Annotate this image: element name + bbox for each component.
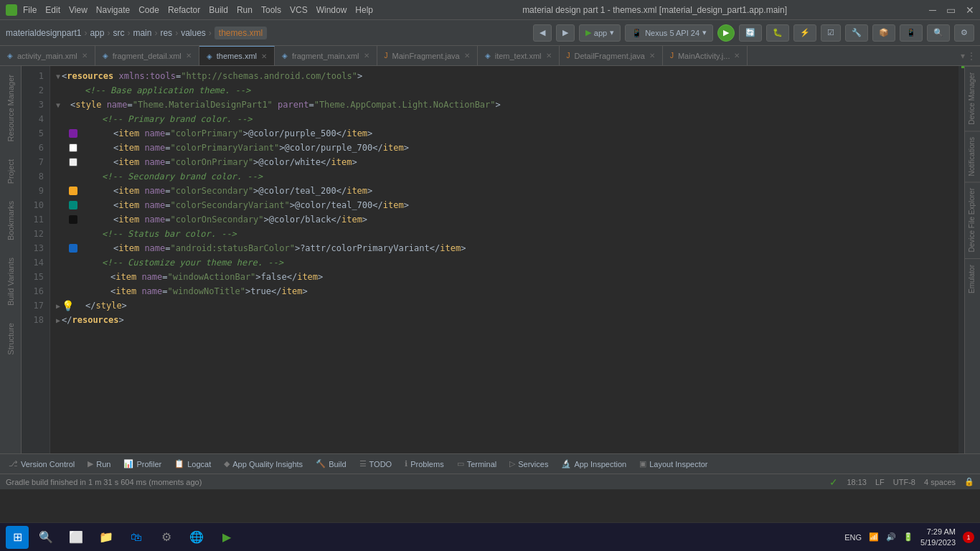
taskbar-search[interactable]: 🔍 [33,524,59,550]
menu-code[interactable]: Code [138,5,159,15]
sidebar-structure[interactable]: Structure [4,317,18,361]
line-ending-indicator[interactable]: LF [875,478,885,486]
close-icon[interactable]: ✕ [966,4,974,16]
branch-indicator[interactable]: 🔒 [964,477,974,486]
bottom-toolbar: ⎇ Version Control ▶ Run 📊 Profiler 📋 Log… [0,453,980,474]
tab-close-activity[interactable]: ✕ [82,52,88,60]
maximize-icon[interactable]: ▭ [946,4,956,16]
layout-inspector-btn[interactable]: ▣ Layout Inspector [633,456,713,472]
indent-indicator[interactable]: 4 spaces [924,478,956,486]
tab-main-fragment-java[interactable]: J MainFragment.java ✕ [377,46,478,65]
emulator-panel[interactable]: Emulator [965,258,981,299]
sidebar-build-variants[interactable]: Build Variants [4,252,18,311]
encoding-indicator[interactable]: UTF-8 [893,478,915,486]
sync-button[interactable]: 🔄 [739,24,762,42]
run-button[interactable]: ▶ [717,24,735,42]
debug-button[interactable]: 🐛 [766,24,789,42]
search-button[interactable]: 🔍 [927,24,950,42]
sidebar-bookmarks[interactable]: Bookmarks [4,195,18,246]
notification-badge[interactable]: 1 [963,532,974,543]
breadcrumb-project[interactable]: materialdesignpart1 [6,28,81,38]
terminal-btn[interactable]: ▭ Terminal [451,456,503,472]
app-inspection-btn[interactable]: 🔬 App Inspection [555,456,632,472]
device-file-explorer-panel[interactable]: Device File Explorer [965,182,981,258]
tab-close-fragment-main[interactable]: ✕ [364,52,369,60]
forward-button[interactable]: ▶ [556,24,575,42]
breadcrumb-file[interactable]: themes.xml [215,27,267,39]
menu-file[interactable]: File [23,5,37,15]
clock[interactable]: 7:29 AM 5/19/2023 [920,527,956,547]
menu-edit[interactable]: Edit [45,5,60,15]
sidebar-project[interactable]: Project [4,154,18,189]
language-indicator[interactable]: ENG [844,533,862,542]
taskbar-explorer[interactable]: 📁 [93,524,119,550]
gradle-button[interactable]: 🔧 [845,24,868,42]
device-selector[interactable]: 📱 Nexus 5 API 24 ▾ [625,24,713,42]
logcat-btn[interactable]: 📋 Logcat [169,456,217,472]
sidebar-resource-manager[interactable]: Resource Manager [4,69,18,148]
tab-fragment-detail[interactable]: ◈ fragment_detail.xml ✕ [95,46,199,65]
menu-help[interactable]: Help [355,5,373,15]
tab-fragment-main[interactable]: ◈ fragment_main.xml ✕ [275,46,377,65]
menu-navigate[interactable]: Navigate [96,5,130,15]
menu-vcs[interactable]: VCS [290,5,308,15]
app-quality-insights-btn[interactable]: ◆ App Quality Insights [218,456,308,472]
code-editor[interactable]: ▼ <resources xmlns:tools="http://schemas… [50,66,958,453]
menu-view[interactable]: View [69,5,88,15]
breadcrumb-res[interactable]: res [160,28,172,38]
breadcrumb-main[interactable]: main [133,28,151,38]
back-button[interactable]: ◀ [533,24,552,42]
menu-run[interactable]: Run [237,5,253,15]
coverage-button[interactable]: ☑ [821,24,841,42]
tab-themes[interactable]: ◈ themes.xml ✕ [199,46,275,65]
fold-close-17[interactable]: ▶ [56,301,60,311]
menu-build[interactable]: Build [209,5,228,15]
device-manager-panel[interactable]: Device Manager [965,66,981,131]
tab-main-activity-java[interactable]: J MainActivity.j... ✕ [663,46,748,65]
fold-close-18[interactable]: ▶ [56,315,60,326]
profiler-icon: 📊 [123,459,133,468]
menu-refactor[interactable]: Refactor [168,5,200,15]
tabs-overflow-button[interactable]: ▾ ⋮ [956,46,980,65]
menu-tools[interactable]: Tools [261,5,281,15]
todo-btn[interactable]: ☰ TODO [354,456,398,472]
profiler-btn[interactable]: 📊 Profiler [118,456,167,472]
tab-detail-fragment-java[interactable]: J DetailFragment.java ✕ [560,46,663,65]
settings-button[interactable]: ⚙ [954,24,974,42]
minimize-icon[interactable]: ─ [929,4,936,16]
fold-line-3[interactable]: ▼ [56,100,60,110]
notifications-panel[interactable]: Notifications [965,131,981,182]
taskbar-task-view[interactable]: ⬜ [63,524,89,550]
run-config-button[interactable]: ▶ app ▾ [579,24,621,42]
tab-close-themes[interactable]: ✕ [261,52,267,60]
taskbar-store[interactable]: 🛍 [123,524,149,550]
line-col-indicator[interactable]: 18:13 [847,478,867,486]
tab-close-fragment-detail[interactable]: ✕ [186,52,192,60]
tab-close-item-text[interactable]: ✕ [546,52,552,60]
tab-close-main-fragment[interactable]: ✕ [464,52,470,60]
taskbar-app[interactable]: ▶ [214,524,240,550]
breadcrumb-values[interactable]: values [181,28,206,38]
sdk-button[interactable]: 📦 [872,24,895,42]
build-btn[interactable]: 🔨 Build [310,456,352,472]
run-btn[interactable]: ▶ Run [82,456,116,472]
taskbar-chrome[interactable]: 🌐 [184,524,209,550]
editor-scrollbar[interactable] [958,66,964,453]
tab-activity-main[interactable]: ◈ activity_main.xml ✕ [0,46,95,65]
tab-close-detail-fragment[interactable]: ✕ [649,52,655,60]
gradle-status[interactable]: Gradle build finished in 1 m 31 s 604 ms… [6,478,202,486]
problems-btn[interactable]: ℹ Problems [399,456,449,472]
fold-line-1[interactable]: ▼ [56,71,60,82]
tab-close-main-activity[interactable]: ✕ [734,52,740,60]
breadcrumb-app[interactable]: app [90,28,104,38]
menu-window[interactable]: Window [316,5,347,15]
taskbar-settings[interactable]: ⚙ [154,524,179,550]
profile-button[interactable]: ⚡ [793,24,816,42]
avd-button[interactable]: 📱 [900,24,923,42]
start-button[interactable]: ⊞ [6,526,29,549]
version-control-icon: ⎇ [9,459,18,468]
breadcrumb-src[interactable]: src [113,28,124,38]
services-btn[interactable]: ▷ Services [504,456,554,472]
tab-item-text[interactable]: ◈ item_text.xml ✕ [478,46,560,65]
version-control-btn[interactable]: ⎇ Version Control [3,456,80,472]
